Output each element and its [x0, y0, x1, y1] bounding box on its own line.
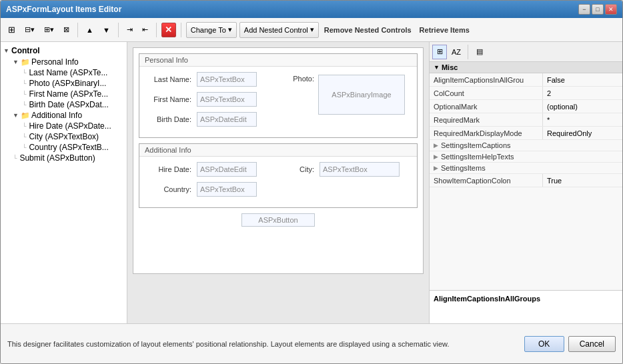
pages-icon: ▤	[476, 47, 483, 56]
submit-control[interactable]: ASPxButton	[241, 213, 314, 227]
toolbar-btn-4[interactable]: ⊠	[60, 22, 73, 38]
prop-optional-label: OptionalMark	[434, 103, 477, 111]
city-form-label: City:	[267, 165, 314, 173]
photo-label: Photo (ASPxBinaryI...	[29, 79, 106, 88]
birthdate-label: Birth Date (ASPxDat...	[29, 100, 108, 109]
lastname-control[interactable]: ASPxTextBox	[197, 72, 257, 87]
city-label: City (ASPxTextBox)	[29, 132, 99, 141]
retrieve-items-label: Retrieve Items	[420, 26, 470, 34]
country-form-label: Country:	[145, 185, 191, 193]
tree-item-birthdate[interactable]: └ Birth Date (ASPxDat...	[3, 99, 124, 110]
hiredate-control-text: ASPxDateEdit	[200, 165, 247, 173]
bottom-message: This designer facilitates customization …	[7, 340, 449, 348]
indent-icon: ⇥	[127, 25, 133, 34]
firstname-control-text: ASPxTextBox	[200, 95, 245, 103]
tree-item-city[interactable]: └ City (ASPxTextBox)	[3, 131, 124, 142]
personal-info-content: Last Name: ASPxTextBox First Name: ASPxT…	[139, 67, 417, 137]
firstname-row: First Name: ASPxTextBox	[145, 92, 257, 107]
country-row: Country: ASPxTextBox	[145, 182, 412, 197]
city-control[interactable]: ASPxTextBox	[320, 162, 400, 177]
pages-view-button[interactable]: ▤	[472, 45, 487, 59]
tree-item-submit[interactable]: └ Submit (ASPxButton)	[3, 153, 124, 163]
bottom-text: This designer facilitates customization …	[7, 340, 524, 348]
tree-item-hiredate[interactable]: └ Hire Date (ASPxDate...	[3, 121, 124, 131]
tree-root-label: Control	[11, 46, 40, 55]
toolbar-btn-3[interactable]: ⊞▾	[41, 22, 57, 38]
ok-button[interactable]: OK	[524, 336, 564, 352]
add-nested-label: Add Nested Control	[244, 26, 308, 34]
bottom-buttons: OK Cancel	[524, 336, 616, 352]
misc-section-header[interactable]: ▼ Misc	[430, 62, 622, 73]
country-control[interactable]: ASPxTextBox	[197, 182, 257, 197]
add-nested-arrow: ▾	[310, 25, 314, 34]
main-window: ASPxFormLayout Items Editor − □ ✕ ⊞ ⊟▾ ⊞…	[0, 0, 623, 364]
tree-item-additional-info[interactable]: ▼ 📁 Additional Info	[3, 110, 124, 121]
prop-value-reqmode[interactable]: RequiredOnly	[543, 127, 622, 139]
personal-info-group: Personal Info Last Name: ASPxTextBox	[139, 53, 418, 138]
minimize-button[interactable]: −	[578, 4, 590, 15]
tree-item-photo[interactable]: └ Photo (ASPxBinaryI...	[3, 78, 124, 89]
hiredate-control[interactable]: ASPxDateEdit	[197, 162, 257, 177]
props-desc-title: AlignItemCaptionsInAllGroups	[434, 295, 618, 303]
preview-panel: Personal Info Last Name: ASPxTextBox	[127, 42, 429, 323]
sep-4	[181, 23, 181, 37]
prop-value-align[interactable]: False	[543, 73, 622, 86]
tree-item-country[interactable]: └ Country (ASPxTextB...	[3, 142, 124, 153]
additional-expand-icon: ▼	[13, 112, 19, 119]
cancel-button[interactable]: Cancel	[568, 336, 616, 352]
prop-value-colcount[interactable]: 2	[543, 87, 622, 99]
delete-button[interactable]: ✕	[161, 23, 176, 37]
close-button[interactable]: ✕	[605, 4, 617, 15]
folder-icon-2: 📁	[21, 111, 30, 120]
toolbar-btn-2[interactable]: ⊟▾	[21, 22, 38, 38]
maximize-button[interactable]: □	[592, 4, 604, 15]
prop-reqmode-label: RequiredMarkDisplayMode	[434, 129, 522, 137]
tree-dots-3: └	[22, 91, 26, 97]
window-controls: − □ ✕	[578, 4, 617, 15]
help-label: SettingsItemHelpTexts	[441, 153, 514, 161]
prop-name-optional: OptionalMark	[430, 100, 543, 113]
add-nested-button[interactable]: Add Nested Control ▾	[239, 22, 319, 38]
prop-settings-captions[interactable]: ▶ SettingsItemCaptions	[430, 140, 622, 151]
move-up-button[interactable]: ▲	[83, 22, 97, 38]
alphabetical-icon: AZ	[452, 48, 461, 56]
prop-value-optional[interactable]: (optional)	[543, 100, 622, 113]
prop-settings-items[interactable]: ▶ SettingsItems	[430, 163, 622, 174]
tree-item-firstname[interactable]: └ First Name (ASPxTe...	[3, 89, 124, 99]
items-expand-icon: ▶	[434, 165, 438, 171]
lastname-row: Last Name: ASPxTextBox	[145, 72, 257, 87]
tree-item-lastname[interactable]: └ Last Name (ASPxTe...	[3, 67, 124, 78]
photo-control[interactable]: ASPxBinaryImage	[318, 75, 405, 115]
list-icon: ⊞	[8, 25, 15, 35]
captions-expand-icon: ▶	[434, 142, 438, 149]
prop-value-showcolon[interactable]: True	[543, 174, 622, 187]
tree-dots-8: └	[13, 155, 17, 161]
sep-3	[156, 23, 157, 37]
firstname-control[interactable]: ASPxTextBox	[197, 92, 257, 107]
change-to-button[interactable]: Change To ▾	[186, 22, 237, 38]
prop-settings-help[interactable]: ▶ SettingsItemHelpTexts	[430, 151, 622, 163]
submit-row: ASPxButton	[139, 213, 418, 227]
birthdate-form-label: Birth Date:	[145, 115, 191, 123]
prop-name-showcolon: ShowItemCaptionColon	[430, 174, 543, 187]
tree-root[interactable]: ▼ Control	[3, 45, 124, 57]
additional-info-group: Additional Info Hire Date: ASPxDateEdit …	[139, 143, 418, 208]
move-down-button[interactable]: ▼	[99, 22, 113, 38]
retrieve-items-button[interactable]: Retrieve Items	[417, 22, 472, 38]
alphabetical-view-button[interactable]: AZ	[449, 45, 464, 59]
birthdate-control[interactable]: ASPxDateEdit	[197, 112, 257, 127]
submit-control-text: ASPxButton	[258, 216, 297, 224]
toolbar-btn-1[interactable]: ⊞	[5, 22, 19, 38]
props-grid: ▼ Misc AlignItemCaptionsInAllGrou False …	[430, 62, 622, 290]
items-label: SettingsItems	[441, 164, 486, 172]
remove-nested-button[interactable]: Remove Nested Controls	[322, 22, 414, 38]
outdent-btn[interactable]: ⇤	[139, 22, 151, 38]
prop-colcount-label: ColCount	[434, 89, 464, 97]
indent-btn[interactable]: ⇥	[123, 22, 136, 38]
tree-item-personal-info[interactable]: ▼ 📁 Personal Info	[3, 57, 124, 67]
prop-value-required[interactable]: *	[543, 113, 622, 126]
categorized-view-button[interactable]: ⊞	[432, 45, 447, 59]
props-toolbar: ⊞ AZ ▤	[430, 42, 622, 62]
prop-row-required: RequiredMark *	[430, 113, 622, 127]
hiredate-form-label: Hire Date:	[145, 165, 191, 173]
